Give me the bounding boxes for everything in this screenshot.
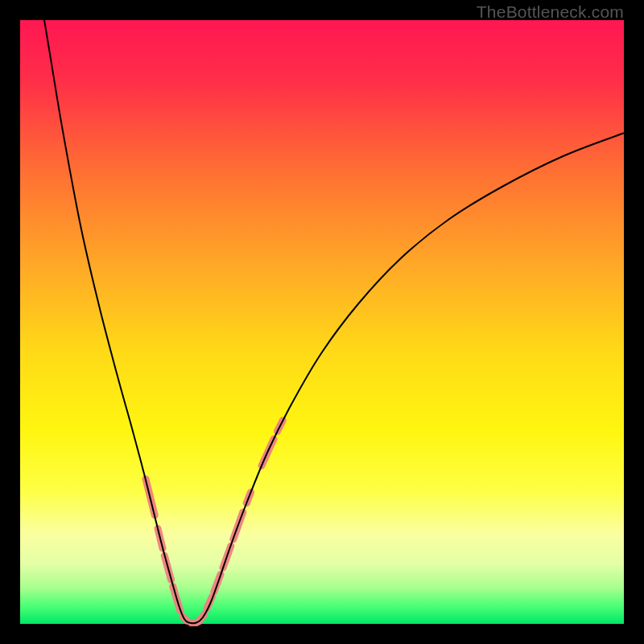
plot-area bbox=[20, 20, 624, 624]
watermark-text: TheBottleneck.com bbox=[477, 2, 624, 22]
bottleneck-curve bbox=[44, 20, 624, 623]
curve-layer bbox=[20, 20, 624, 624]
chart-container: TheBottleneck.com bbox=[0, 0, 644, 644]
